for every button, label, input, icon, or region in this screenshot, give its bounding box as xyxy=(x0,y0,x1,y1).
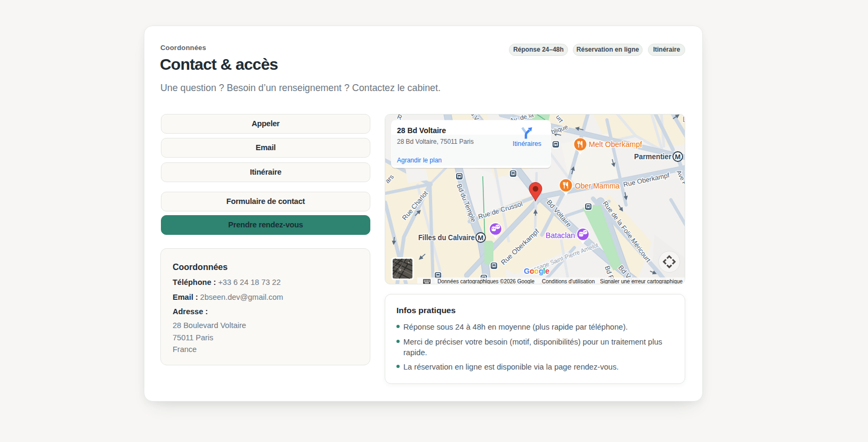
svg-text:L: L xyxy=(683,114,685,124)
svg-text:Agrandir le plan: Agrandir le plan xyxy=(397,156,442,164)
svg-text:28 Bd Voltaire, 75011 Paris: 28 Bd Voltaire, 75011 Paris xyxy=(397,137,474,145)
svg-text:Bataclan: Bataclan xyxy=(546,231,575,240)
svg-text:e: e xyxy=(545,267,549,275)
svg-text:Parmentier: Parmentier xyxy=(634,152,671,161)
svg-text:Melt Oberkampf: Melt Oberkampf xyxy=(589,140,643,149)
svg-text:Filles du Calvaire: Filles du Calvaire xyxy=(418,233,475,242)
svg-text:28 Bd Voltaire: 28 Bd Voltaire xyxy=(397,126,446,135)
svg-text:G: G xyxy=(524,267,530,275)
svg-text:Signaler une erreur cartograph: Signaler une erreur cartographique xyxy=(600,279,683,284)
svg-text:Itinéraires: Itinéraires xyxy=(513,140,541,148)
svg-text:Données cartographiques ©2026: Données cartographiques ©2026 Google xyxy=(437,279,534,284)
svg-text:Ober Mamma: Ober Mamma xyxy=(575,182,620,190)
svg-text:Conditions d'utilisation: Conditions d'utilisation xyxy=(542,279,595,284)
